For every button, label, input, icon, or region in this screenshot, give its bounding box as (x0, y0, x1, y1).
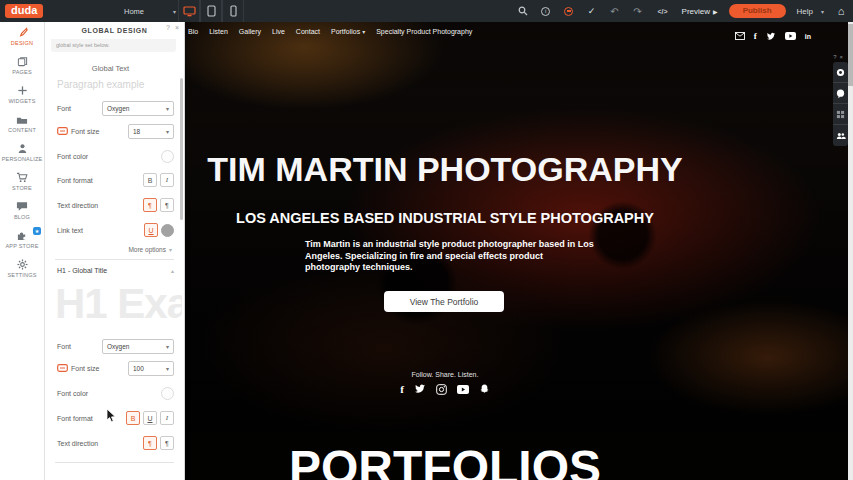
portfolios-heading[interactable]: PORTFOLIOS (185, 440, 705, 480)
instagram-icon[interactable] (436, 384, 447, 395)
grid-icon (836, 110, 845, 119)
preview-label: Preview (682, 7, 710, 16)
text-direction-label: Text direction (57, 440, 98, 447)
facebook-icon[interactable]: f (400, 383, 404, 395)
sidebar-item-content[interactable]: CONTENT (0, 109, 44, 138)
sidebar-item-app-store[interactable]: ★ APP STORE (0, 225, 44, 254)
snapchat-icon[interactable] (479, 383, 490, 395)
saved-status-button[interactable]: ✓ (586, 5, 598, 17)
panel-close-icon[interactable]: × (175, 24, 179, 31)
code-icon: </> (658, 8, 668, 15)
mobile-icon (230, 5, 237, 17)
notifications-button[interactable] (563, 5, 575, 17)
h1-font-size-dropdown[interactable]: 100 ▾ (128, 361, 174, 376)
facebook-icon[interactable]: f (754, 31, 757, 41)
undo-icon: ↶ (610, 6, 618, 17)
sidebar-item-design[interactable]: DESIGN (0, 22, 44, 51)
preview-scrollbar[interactable] (848, 22, 853, 480)
sidebar-label: APP STORE (5, 243, 38, 249)
h1-italic-button[interactable]: I (160, 411, 174, 425)
bold-button[interactable]: B (143, 173, 157, 187)
info-button[interactable]: i (540, 5, 552, 17)
sidebar-label: CONTENT (8, 127, 36, 133)
team-tool-button[interactable] (833, 125, 848, 146)
panel-info-note-text: global style set below. (56, 42, 110, 48)
page-selector[interactable]: Home ▾ (120, 3, 180, 19)
divider (55, 259, 174, 260)
h1-text-direction-ltr-button[interactable]: ¶ (143, 436, 157, 450)
h1-bold-button[interactable]: B (126, 411, 140, 425)
search-button[interactable] (517, 5, 529, 17)
sidebar-item-pages[interactable]: PAGES (0, 51, 44, 80)
comments-tool-button[interactable] (833, 83, 848, 104)
preview-scrollbar-thumb[interactable] (848, 24, 853, 86)
brush-icon (17, 27, 28, 38)
sidebar-item-personalize[interactable]: PERSONALIZE (0, 138, 44, 167)
linkedin-icon[interactable]: in (805, 33, 811, 40)
paragraph-example-preview: Paragraph example (57, 79, 144, 90)
h1-underline-button[interactable]: U (143, 411, 157, 425)
page-selector-value: Home (124, 7, 144, 16)
hero-paragraph[interactable]: Tim Martin is an industrial style produc… (305, 239, 598, 274)
preview-button[interactable]: Preview ▶ (682, 7, 718, 16)
dashboard-home-button[interactable]: ⌂ (835, 5, 847, 17)
mobile-view-button[interactable] (222, 0, 244, 22)
chevron-down-icon: ▾ (821, 8, 824, 15)
twitter-icon[interactable] (414, 384, 426, 394)
font-size-label: Font size (71, 365, 99, 372)
email-icon[interactable] (735, 32, 745, 40)
dev-mode-button[interactable]: </> (655, 5, 671, 17)
plus-icon (17, 85, 28, 96)
link-text-row: Link text U (57, 222, 174, 238)
help-menu[interactable]: Help ▾ (797, 7, 824, 16)
panel-info-note: global style set below. (51, 39, 176, 52)
hero-subtitle[interactable]: LOS ANGELES BASED INDUSTRIAL STYLE PHOTO… (185, 210, 705, 226)
link-color-swatch[interactable] (161, 224, 174, 237)
panel-scrollbar[interactable] (180, 78, 183, 220)
font-size-dropdown[interactable]: 18 ▾ (128, 124, 174, 139)
lens-tool-button[interactable] (833, 62, 848, 83)
editor-sidebar: DESIGN PAGES WIDGETS CONTENT (0, 22, 45, 480)
youtube-icon[interactable] (457, 385, 469, 394)
view-portfolio-button[interactable]: View The Portfolio (384, 291, 504, 312)
global-text-heading: Global Text (45, 64, 176, 73)
h1-section-header[interactable]: H1 - Global Title ▴ (57, 267, 174, 274)
redo-button[interactable]: ↷ (632, 5, 644, 17)
duda-logo[interactable]: duda (5, 4, 43, 18)
desktop-view-button[interactable] (178, 0, 200, 22)
publish-button[interactable]: Publish (729, 4, 786, 18)
desktop-icon (183, 6, 196, 17)
h1-font-dropdown[interactable]: Oxygen ▾ (102, 339, 174, 354)
h1-font-color-swatch[interactable] (161, 387, 174, 400)
font-color-label: Font color (57, 390, 88, 397)
youtube-icon[interactable] (785, 32, 796, 40)
more-options-link[interactable]: More options ▾ (128, 246, 172, 253)
font-color-swatch[interactable] (161, 150, 174, 163)
h1-text-direction-row: Text direction ¶ ¶ (57, 435, 174, 451)
close-icon[interactable]: × (839, 54, 846, 60)
text-direction-ltr-button[interactable]: ¶ (143, 198, 157, 212)
chevron-down-icon: ▾ (169, 246, 172, 253)
undo-button[interactable]: ↶ (609, 5, 621, 17)
text-direction-rtl-button[interactable]: ¶ (160, 198, 174, 212)
home-icon: ⌂ (838, 5, 845, 17)
italic-button[interactable]: I (160, 173, 174, 187)
tablet-view-button[interactable] (200, 0, 222, 22)
toolbar-actions: i ✓ ↶ ↷ </> Preview ▶ Publish H (517, 0, 847, 22)
chevron-down-icon: ▾ (166, 365, 169, 372)
hero-title[interactable]: TIM MARTIN PHOTOGRAPHY (185, 150, 705, 189)
font-format-row: Font format B I (57, 172, 174, 188)
text-direction-label: Text direction (57, 202, 98, 209)
twitter-icon[interactable] (766, 32, 776, 41)
site-preview-canvas[interactable]: Bio Listen Gallery Live Contact Portfoli… (185, 22, 853, 480)
sidebar-item-blog[interactable]: BLOG (0, 196, 44, 225)
sidebar-item-settings[interactable]: SETTINGS (0, 254, 44, 283)
sidebar-item-widgets[interactable]: WIDGETS (0, 80, 44, 109)
sidebar-item-store[interactable]: STORE (0, 167, 44, 196)
link-underline-button[interactable]: U (144, 223, 158, 237)
font-dropdown[interactable]: Oxygen ▾ (102, 101, 174, 116)
panel-help-icon[interactable]: ? (166, 24, 170, 31)
apps-tool-button[interactable] (833, 104, 848, 125)
panel-title: GLOBAL DESIGN (81, 27, 147, 34)
h1-text-direction-rtl-button[interactable]: ¶ (160, 436, 174, 450)
